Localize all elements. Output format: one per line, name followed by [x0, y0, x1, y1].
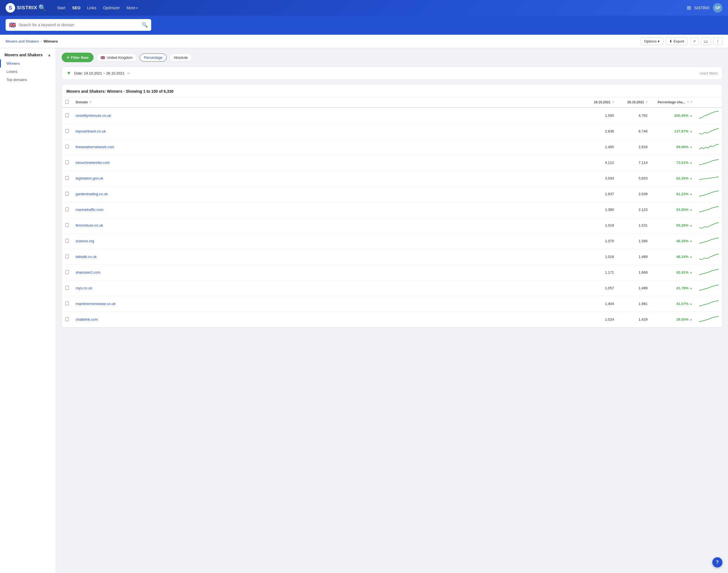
date1-cell: 1.057: [584, 280, 617, 296]
table-row: mainlinemenswear.co.uk 1.404 1.981 41.07…: [62, 296, 722, 312]
domain-link[interactable]: roys.co.uk: [75, 286, 92, 290]
share-button[interactable]: ↗: [690, 38, 698, 45]
th-pct-help[interactable]: ?: [687, 101, 689, 104]
pct-value-text: 61.23%: [676, 192, 688, 196]
date2-cell: 2.639: [617, 186, 651, 202]
row-checkbox[interactable]: [65, 176, 69, 180]
pct-cell: 89.66% ▲: [651, 139, 696, 155]
date2-cell: 1.566: [617, 233, 651, 249]
filter-bar: + Filter Now 🇬🇧 United Kingdom Percentag…: [62, 53, 722, 62]
table-row: marinetraffic.com 1.380 2.123 53.85% ▲: [62, 202, 722, 218]
row-checkbox[interactable]: [65, 255, 69, 258]
help-button[interactable]: ?: [712, 557, 722, 567]
row-checkbox[interactable]: [65, 129, 69, 133]
content: + Filter Now 🇬🇧 United Kingdom Percentag…: [56, 48, 728, 573]
sidebar-item-winners[interactable]: Winners: [0, 59, 56, 67]
chevron-down-icon: ▾: [658, 39, 660, 43]
filter-now-button[interactable]: + Filter Now: [62, 53, 94, 62]
header-right: ⊞ SISTRIX SP: [687, 3, 722, 13]
pct-cell: 41.78% ▲: [651, 280, 696, 296]
th-date1: 19.10.2021 ?: [584, 97, 617, 108]
pct-value-text: 39.55%: [676, 317, 688, 321]
domain-link[interactable]: mainlinemenswear.co.uk: [75, 302, 115, 306]
row-checkbox[interactable]: [65, 192, 69, 196]
domain-link[interactable]: talktalk.co.uk: [75, 255, 97, 259]
nav-optimizer[interactable]: Optimizer: [100, 4, 123, 12]
pct-cell: 73.01% ▲: [651, 155, 696, 170]
th-date2-help[interactable]: ?: [646, 101, 648, 104]
row-checkbox[interactable]: [65, 239, 69, 243]
domain-cell: theweathernetwork.com: [72, 139, 584, 155]
domain-link[interactable]: femmeluxe.co.uk: [75, 223, 103, 227]
row-checkbox[interactable]: [65, 302, 69, 305]
th-domain-help[interactable]: ?: [90, 101, 92, 104]
chart-cell: [696, 155, 722, 170]
chart-cell: [696, 218, 722, 233]
sidebar-item-top-domains[interactable]: Top domains: [0, 75, 56, 84]
table-row: roys.co.uk 1.057 1.499 41.78% ▲: [62, 280, 722, 296]
date1-cell: 1.404: [584, 296, 617, 312]
th-date1-help[interactable]: ?: [612, 101, 614, 104]
domain-link[interactable]: xhamster2.com: [75, 270, 101, 274]
row-checkbox[interactable]: [65, 145, 69, 148]
domain-link[interactable]: topcashback.co.uk: [75, 129, 106, 133]
nav-start[interactable]: Start: [54, 4, 68, 12]
percentage-button[interactable]: Percentage: [140, 53, 167, 62]
select-all-checkbox[interactable]: [65, 100, 69, 104]
avatar[interactable]: SP: [713, 3, 722, 13]
sidebar-item-losers[interactable]: Losers: [0, 67, 56, 75]
row-checkbox[interactable]: [65, 208, 69, 211]
edit-icon[interactable]: ✏: [127, 71, 130, 75]
chevron-down-icon: ▾: [136, 6, 138, 9]
table-row: theweathernetwork.com 1.485 2.816 89.66%…: [62, 139, 722, 155]
main-nav: Start SEO Links Optimizer More ▾: [54, 4, 141, 12]
row-checkbox[interactable]: [65, 317, 69, 321]
country-filter-button[interactable]: 🇬🇧 United Kingdom: [96, 53, 137, 62]
date1-cell: 1.595: [584, 108, 617, 123]
date-range-text: Date: 19.10.2021 ~ 26.10.2021: [74, 71, 125, 75]
domain-cell: intouchnetworks.com: [72, 155, 584, 170]
date-filter-row: ▼ Date: 19.10.2021 ~ 26.10.2021 ✏ Used f…: [62, 67, 722, 80]
book-button[interactable]: 📖: [701, 38, 711, 45]
row-checkbox-cell: [62, 155, 72, 170]
row-checkbox[interactable]: [65, 113, 69, 117]
flag-icon: 🇬🇧: [9, 21, 16, 28]
row-checkbox-cell: [62, 170, 72, 186]
search-icon[interactable]: 🔍: [142, 22, 148, 28]
more-options-button[interactable]: ⋮: [713, 38, 722, 45]
up-arrow-icon: ▲: [690, 286, 692, 290]
date2-cell: 1.489: [617, 249, 651, 265]
row-checkbox[interactable]: [65, 160, 69, 164]
absolute-button[interactable]: Absolute: [169, 53, 192, 62]
date1-cell: 1.171: [584, 265, 617, 280]
domain-link[interactable]: marinetraffic.com: [75, 208, 103, 212]
options-button[interactable]: Options ▾: [640, 38, 664, 45]
row-checkbox[interactable]: [65, 270, 69, 274]
pct-cell: 46.34% ▲: [651, 249, 696, 265]
domain-link[interactable]: science.org: [75, 239, 94, 243]
breadcrumb-parent[interactable]: Movers and Shakers: [6, 39, 39, 43]
grid-icon[interactable]: ⊞: [687, 5, 691, 11]
sidebar-collapse-icon[interactable]: ▲: [47, 53, 51, 57]
search-input[interactable]: [19, 23, 139, 27]
chart-cell: [696, 296, 722, 312]
pct-value-text: 53.85%: [676, 208, 688, 212]
domain-link[interactable]: theweathernetwork.com: [75, 145, 114, 149]
th-extra-help[interactable]: ?: [690, 101, 692, 104]
domain-link[interactable]: intouchnetworks.com: [75, 160, 110, 165]
pct-cell: 137.87% ▲: [651, 123, 696, 139]
date2-cell: 2.816: [617, 139, 651, 155]
domain-link[interactable]: legislation.gov.uk: [75, 176, 103, 180]
nav-more[interactable]: More ▾: [124, 4, 141, 12]
domain-link[interactable]: ossetttyrehouse.co.uk: [75, 113, 111, 118]
domain-link[interactable]: chatblink.com: [75, 317, 98, 321]
date2-cell: 7.114: [617, 155, 651, 170]
nav-links[interactable]: Links: [84, 4, 99, 12]
nav-seo[interactable]: SEO: [69, 4, 83, 12]
row-checkbox[interactable]: [65, 286, 69, 290]
export-button[interactable]: ⬇ Export: [666, 38, 688, 45]
row-checkbox[interactable]: [65, 223, 69, 227]
domain-cell: ossetttyrehouse.co.uk: [72, 108, 584, 123]
up-arrow-icon: ▲: [690, 318, 692, 321]
domain-link[interactable]: gardentrading.co.uk: [75, 192, 108, 196]
